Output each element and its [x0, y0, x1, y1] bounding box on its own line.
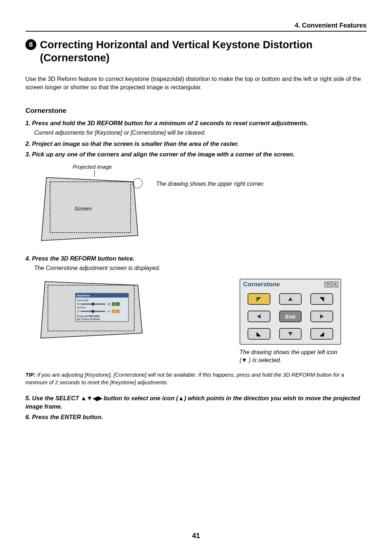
corner-upper-left-button[interactable]: ◤: [248, 293, 270, 305]
tip-label: TIP:: [25, 372, 36, 378]
svg-point-6: [77, 303, 79, 305]
corner-right-button[interactable]: [310, 311, 333, 322]
svg-point-13: [91, 310, 94, 313]
keystone-title: Keystone: [77, 294, 90, 297]
figure-1-caption: The drawing shows the upper right corner…: [156, 180, 265, 188]
step-4: 4. Press the 3D REFORM button twice.: [25, 254, 367, 263]
figure-2-row: Keystone Horizontal 0 Vertical 0 Press 3…: [40, 279, 367, 364]
vertical-label: Vertical: [77, 306, 85, 309]
tip-body: If you are adjusting [Keystone], [Corner…: [25, 372, 344, 385]
cornerstone-title: Cornerstone: [243, 281, 280, 288]
v-value: 0: [115, 310, 116, 313]
section-number-icon: 8: [25, 39, 36, 50]
svg-point-14: [108, 310, 110, 312]
svg-point-8: [91, 303, 94, 306]
cornerstone-grid: ◤ ◥ Exit ◣ ◢: [240, 290, 340, 340]
intro-paragraph: Use the 3D Reform feature to correct key…: [25, 75, 367, 91]
step-1: 1. Press and hold the 3D REFORM button f…: [25, 119, 367, 127]
step-5: 5. Use the SELECT ▲▼◀▶ button to select …: [25, 394, 367, 411]
horizontal-label: Horizontal: [77, 299, 89, 302]
step-6: 6. Press the ENTER button.: [25, 413, 367, 421]
keystone-osd-illustration: Keystone Horizontal 0 Vertical 0 Press 3…: [40, 279, 145, 344]
svg-point-9: [108, 303, 110, 305]
corner-down-button[interactable]: [279, 328, 302, 340]
corner-up-button[interactable]: [279, 293, 302, 305]
step-4-note: The Cornerstone adjustment screen is dis…: [34, 265, 367, 271]
section-title: Correcting Horizontal and Vertical Keyst…: [40, 38, 367, 65]
svg-point-11: [77, 310, 79, 312]
page-number: 41: [0, 532, 392, 540]
cornerstone-window-column: Cornerstone ? × ◤ ◥ Exit ◣ ◢ The drawing: [240, 279, 341, 364]
cornerstone-titlebar: Cornerstone ? ×: [240, 279, 340, 290]
corner-lower-right-button[interactable]: ◢: [310, 328, 333, 340]
subsection-heading: Cornerstone: [25, 107, 367, 115]
figure-2-diagram: Keystone Horizontal 0 Vertical 0 Press 3…: [40, 279, 145, 344]
tip-block: TIP: If you are adjusting [Keystone], [C…: [25, 371, 367, 386]
chapter-title: 4. Convenient Features: [295, 22, 367, 29]
corner-left-button[interactable]: [248, 311, 270, 322]
figure-1-diagram: Projected image Screen: [40, 164, 145, 243]
chapter-header: 4. Convenient Features: [25, 22, 367, 32]
figure-1-row: Projected image Screen The drawing shows…: [40, 164, 367, 243]
exit-button[interactable]: Exit: [279, 311, 302, 322]
screen-label: Screen: [74, 205, 92, 212]
step-1-note: Current adjusments for [Keystone] or [Co…: [34, 130, 367, 136]
corner-callout-icon: [132, 178, 143, 188]
cornerstone-caption: The drawing shows the upper left icon (▼…: [240, 348, 341, 364]
reset-hint-b: for 2 Secs to Reset.: [77, 318, 101, 320]
step-2: 2. Project an image so that the screen i…: [25, 140, 367, 148]
projected-image-label: Projected image: [73, 164, 112, 170]
corner-upper-right-button[interactable]: ◥: [310, 293, 333, 305]
section-heading: 8 Correcting Horizontal and Vertical Key…: [25, 38, 367, 65]
close-icon[interactable]: ×: [332, 282, 338, 287]
cornerstone-window: Cornerstone ? × ◤ ◥ Exit ◣ ◢: [240, 279, 341, 345]
h-value: 0: [115, 303, 116, 306]
step-3: 3. Pick up any one of the corners and al…: [25, 150, 367, 159]
reset-hint-a: Press 3D REFORM: [77, 315, 99, 318]
help-icon[interactable]: ?: [324, 282, 331, 287]
corner-lower-left-button[interactable]: ◣: [248, 328, 270, 340]
